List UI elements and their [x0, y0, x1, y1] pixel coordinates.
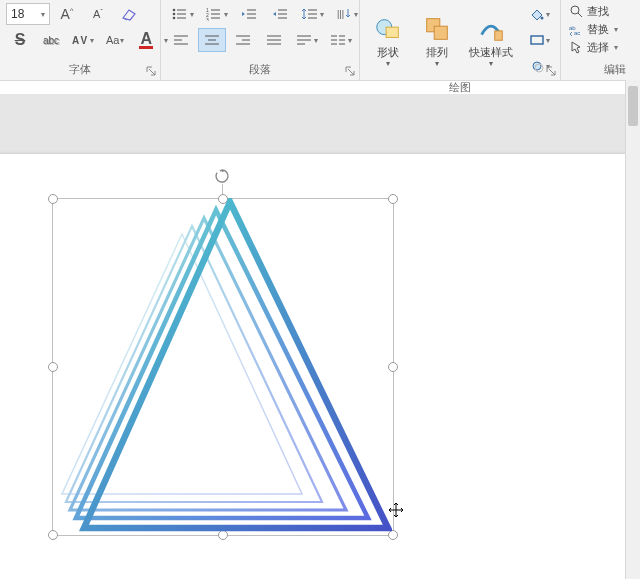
- replace-icon: abac: [569, 22, 583, 36]
- svg-rect-8: [386, 28, 398, 38]
- shape-fill-button[interactable]: ▾: [525, 2, 554, 26]
- chevron-down-icon: ▾: [386, 59, 390, 68]
- chevron-down-icon: ▾: [435, 59, 439, 68]
- increase-font-button[interactable]: A^: [53, 2, 81, 26]
- justify-button[interactable]: [260, 28, 288, 52]
- bullets-button[interactable]: ▾: [167, 2, 198, 26]
- search-icon: [569, 4, 583, 18]
- dialog-launcher-paragraph[interactable]: [345, 66, 355, 76]
- svg-point-1: [173, 13, 176, 16]
- slide-area: [0, 94, 640, 579]
- dialog-launcher-font[interactable]: [146, 66, 156, 76]
- svg-text:|||: |||: [337, 9, 344, 19]
- group-drawing: 形状 ▾ 排列 ▾ 快速样式 ▾ ▾ ▾ ▾: [360, 0, 561, 80]
- distribute-button[interactable]: ▾: [291, 28, 322, 52]
- svg-point-12: [541, 17, 544, 20]
- chevron-down-icon: ▾: [41, 10, 45, 19]
- chevron-down-icon: ▾: [614, 25, 618, 34]
- font-size-value: 18: [11, 7, 24, 21]
- font-color-bar: [139, 46, 153, 49]
- svg-rect-13: [531, 36, 543, 44]
- group-label-paragraph: 段落: [167, 60, 353, 80]
- svg-rect-10: [434, 27, 447, 40]
- cursor-icon: [569, 40, 583, 54]
- svg-point-14: [533, 62, 541, 70]
- outline-icon: [529, 33, 545, 47]
- svg-point-16: [571, 6, 579, 14]
- numbering-button[interactable]: 123▾: [201, 2, 232, 26]
- group-label-editing: 编辑: [567, 60, 640, 80]
- group-editing: 查找 abac 替换 ▾ 选择 ▾ 编辑: [561, 0, 640, 80]
- shapes-button[interactable]: 形状 ▾: [366, 12, 409, 67]
- rotation-handle[interactable]: [214, 168, 230, 184]
- replace-button[interactable]: abac 替换 ▾: [567, 20, 620, 38]
- strikethrough-button[interactable]: S: [6, 28, 34, 52]
- chevron-down-icon: ▾: [489, 59, 493, 68]
- quick-styles-icon: [476, 14, 506, 44]
- vertical-scrollbar[interactable]: [625, 80, 640, 579]
- align-left-button[interactable]: [167, 28, 195, 52]
- clear-formatting-button[interactable]: [115, 2, 143, 26]
- align-center-button[interactable]: [198, 28, 226, 52]
- quick-styles-button[interactable]: 快速样式 ▾: [464, 12, 517, 67]
- arrange-button[interactable]: 排列 ▾: [415, 12, 458, 67]
- decrease-font-button[interactable]: Aˇ: [84, 2, 112, 26]
- group-font: 18 ▾ A^ Aˇ S abc AV▾ Aa▾ A: [0, 0, 161, 80]
- move-cursor-icon: [388, 502, 404, 518]
- font-color-button[interactable]: A: [132, 28, 160, 52]
- arrange-icon: [422, 14, 452, 44]
- group-paragraph: ▾ 123▾ ▾ |||▾ ▾ ▾ 段落: [161, 0, 360, 80]
- line-spacing-button[interactable]: ▾: [297, 2, 328, 26]
- svg-text:ac: ac: [574, 30, 580, 36]
- chevron-down-icon: ▾: [614, 43, 618, 52]
- eraser-icon: [120, 7, 138, 21]
- text-shadow-button[interactable]: abc: [37, 28, 65, 52]
- triangle-shape-group[interactable]: [52, 198, 392, 534]
- columns-button[interactable]: ▾: [325, 28, 356, 52]
- svg-point-0: [173, 9, 176, 12]
- bucket-icon: [529, 7, 545, 21]
- group-label-font: 字体: [6, 60, 154, 80]
- font-size-combo[interactable]: 18 ▾: [6, 3, 50, 25]
- scrollbar-thumb[interactable]: [628, 86, 638, 126]
- svg-rect-11: [494, 31, 502, 40]
- ribbon: 18 ▾ A^ Aˇ S abc AV▾ Aa▾ A: [0, 0, 640, 81]
- text-direction-button[interactable]: |||▾: [331, 2, 362, 26]
- align-right-button[interactable]: [229, 28, 257, 52]
- find-button[interactable]: 查找: [567, 2, 620, 20]
- dialog-launcher-drawing[interactable]: [546, 66, 556, 76]
- slide-page[interactable]: [0, 154, 640, 579]
- select-button[interactable]: 选择 ▾: [567, 38, 620, 56]
- decrease-indent-button[interactable]: [235, 2, 263, 26]
- shape-outline-button[interactable]: ▾: [525, 28, 554, 52]
- shapes-icon: [373, 14, 403, 44]
- change-case-button[interactable]: Aa▾: [101, 28, 129, 52]
- svg-point-2: [173, 17, 176, 20]
- svg-text:3: 3: [206, 17, 209, 21]
- effects-icon: [529, 59, 545, 73]
- character-spacing-button[interactable]: AV▾: [68, 28, 98, 52]
- increase-indent-button[interactable]: [266, 2, 294, 26]
